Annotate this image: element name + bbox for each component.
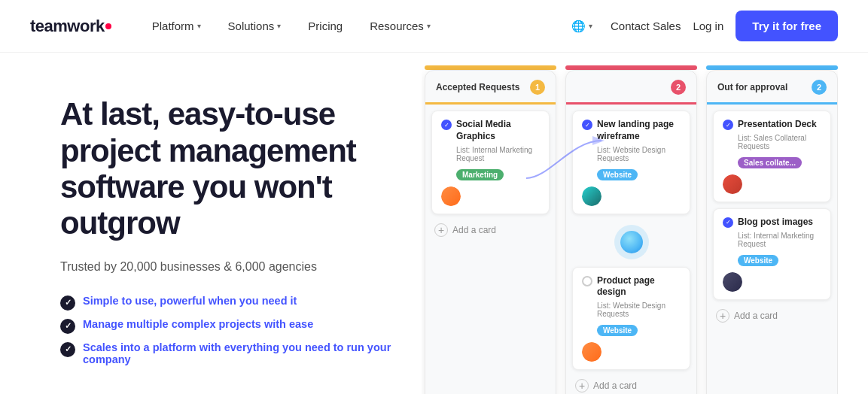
hero-features: Simple to use, powerful when you need it… xyxy=(60,295,422,365)
card-list: List: Sales Collateral Requests xyxy=(738,134,821,150)
card-list: List: Website Design Requests xyxy=(597,146,681,162)
board-column-accepted: Accepted Requests 1 Social Media Graphic… xyxy=(425,70,556,394)
avatar xyxy=(582,186,602,206)
nav-solutions[interactable]: Solutions ▾ xyxy=(218,14,292,38)
add-card-button[interactable]: + Add a card xyxy=(431,220,550,240)
kanban-card: New landing page wireframe List: Website… xyxy=(572,111,690,214)
logo-text: teamwork xyxy=(30,17,105,36)
add-card-button[interactable]: + Add a card xyxy=(713,306,831,326)
hero-left: At last, easy-to-use project management … xyxy=(60,96,422,365)
globe-icon: 🌐 xyxy=(571,20,586,33)
column-header: Accepted Requests 1 xyxy=(425,71,556,105)
card-title: Social Media Graphics xyxy=(456,119,540,142)
plus-icon: + xyxy=(575,379,589,392)
hero-section: At last, easy-to-use project management … xyxy=(0,53,868,394)
logo[interactable]: teamwork xyxy=(30,17,111,36)
drag-indicator xyxy=(620,231,643,253)
chevron-down-icon: ▾ xyxy=(589,22,592,30)
card-title: Blog post images xyxy=(738,217,821,229)
column-title: Accepted Requests xyxy=(436,82,519,92)
contact-sales-link[interactable]: Contact Sales xyxy=(611,20,681,32)
check-icon xyxy=(582,120,592,130)
nav-right: 🌐 ▾ Contact Sales Log in Try it for free xyxy=(565,11,838,41)
avatar xyxy=(723,272,742,292)
card-tag: Website xyxy=(738,255,778,266)
check-icon xyxy=(441,120,452,130)
add-card-button[interactable]: + Add a card xyxy=(572,376,690,394)
hero-right: Accepted Requests 1 Social Media Graphic… xyxy=(422,58,838,394)
feature-item: Simple to use, powerful when you need it xyxy=(60,295,422,311)
plus-icon: + xyxy=(434,223,448,237)
column-header: Out for approval 2 xyxy=(707,71,837,105)
card-tag: Website xyxy=(597,169,638,180)
card-list: List: Website Design Requests xyxy=(597,302,681,318)
kanban-card: Presentation Deck List: Sales Collateral… xyxy=(713,111,831,202)
avatar xyxy=(441,186,461,206)
column-badge: 2 xyxy=(671,80,686,95)
feature-item: Manage multiple complex projects with ea… xyxy=(60,318,422,334)
login-button[interactable]: Log in xyxy=(693,20,723,32)
kanban-card: Blog post images List: Internal Marketin… xyxy=(713,208,831,300)
feature-item: Scales into a platform with everything y… xyxy=(60,341,422,365)
card-title: New landing page wireframe xyxy=(597,119,681,142)
check-icon xyxy=(582,276,592,286)
kanban-board: Accepted Requests 1 Social Media Graphic… xyxy=(425,70,838,394)
card-tag: Marketing xyxy=(456,169,504,180)
nav-pricing[interactable]: Pricing xyxy=(297,14,353,38)
chevron-down-icon: ▾ xyxy=(277,22,281,30)
try-free-button[interactable]: Try it for free xyxy=(736,11,838,41)
card-list: List: Internal Marketing Request xyxy=(738,232,821,248)
nav-links: Platform ▾ Solutions ▾ Pricing Resources… xyxy=(142,14,565,38)
check-icon xyxy=(723,120,733,130)
card-tag: Website xyxy=(597,325,638,336)
card-tag: Sales collate... xyxy=(738,157,802,168)
card-list: List: Internal Marketing Request xyxy=(456,146,540,162)
check-icon xyxy=(60,296,75,311)
hero-subtitle: Trusted by 20,000 businesses & 6,000 age… xyxy=(60,260,422,274)
nav-resources[interactable]: Resources ▾ xyxy=(359,14,441,38)
language-selector[interactable]: 🌐 ▾ xyxy=(565,14,598,39)
chevron-down-icon: ▾ xyxy=(427,22,431,30)
check-icon xyxy=(60,319,75,334)
card-title: Product page design xyxy=(597,275,681,299)
column-title: Out for approval xyxy=(717,82,787,92)
column-header: 2 xyxy=(566,71,696,105)
board-column-inprogress: 2 New landing page wireframe List: Websi… xyxy=(565,70,697,394)
check-icon xyxy=(60,342,75,357)
board-column-approval: Out for approval 2 Presentation Deck Lis… xyxy=(706,70,838,394)
nav-platform[interactable]: Platform ▾ xyxy=(142,14,212,38)
column-badge: 2 xyxy=(812,80,827,95)
avatar xyxy=(582,342,602,362)
avatar xyxy=(723,174,742,194)
kanban-card: Social Media Graphics List: Internal Mar… xyxy=(431,111,550,214)
kanban-card: Product page design List: Website Design… xyxy=(572,267,690,370)
chevron-down-icon: ▾ xyxy=(197,22,201,30)
navbar: teamwork Platform ▾ Solutions ▾ Pricing … xyxy=(0,0,868,53)
column-badge: 1 xyxy=(530,80,545,95)
hero-title: At last, easy-to-use project management … xyxy=(60,96,422,241)
plus-icon: + xyxy=(716,309,729,323)
check-icon xyxy=(723,217,733,228)
logo-dot xyxy=(105,23,111,29)
card-title: Presentation Deck xyxy=(738,119,821,131)
